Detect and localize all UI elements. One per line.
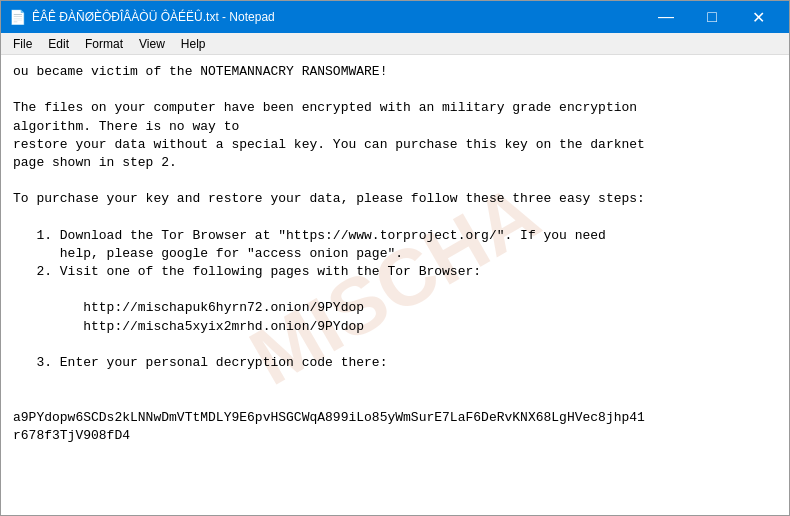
notepad-content: ou became victim of the NOTEMANNACRY RAN… — [13, 63, 777, 445]
minimize-button[interactable]: — — [643, 1, 689, 33]
menu-bar: File Edit Format View Help — [1, 33, 789, 55]
title-bar-buttons: — □ ✕ — [643, 1, 781, 33]
text-area[interactable]: MISCHA ou became victim of the NOTEMANNA… — [1, 55, 789, 515]
window-title: ÊÂÊ ÐÀÑØÈÔÐÎÂÀÒÜ ÔÀÉËÛ.txt - Notepad — [32, 10, 643, 24]
title-bar: 📄 ÊÂÊ ÐÀÑØÈÔÐÎÂÀÒÜ ÔÀÉËÛ.txt - Notepad —… — [1, 1, 789, 33]
menu-view[interactable]: View — [131, 35, 173, 53]
menu-edit[interactable]: Edit — [40, 35, 77, 53]
menu-file[interactable]: File — [5, 35, 40, 53]
maximize-button[interactable]: □ — [689, 1, 735, 33]
menu-help[interactable]: Help — [173, 35, 214, 53]
window-icon: 📄 — [9, 9, 26, 26]
close-button[interactable]: ✕ — [735, 1, 781, 33]
notepad-window: 📄 ÊÂÊ ÐÀÑØÈÔÐÎÂÀÒÜ ÔÀÉËÛ.txt - Notepad —… — [0, 0, 790, 516]
menu-format[interactable]: Format — [77, 35, 131, 53]
